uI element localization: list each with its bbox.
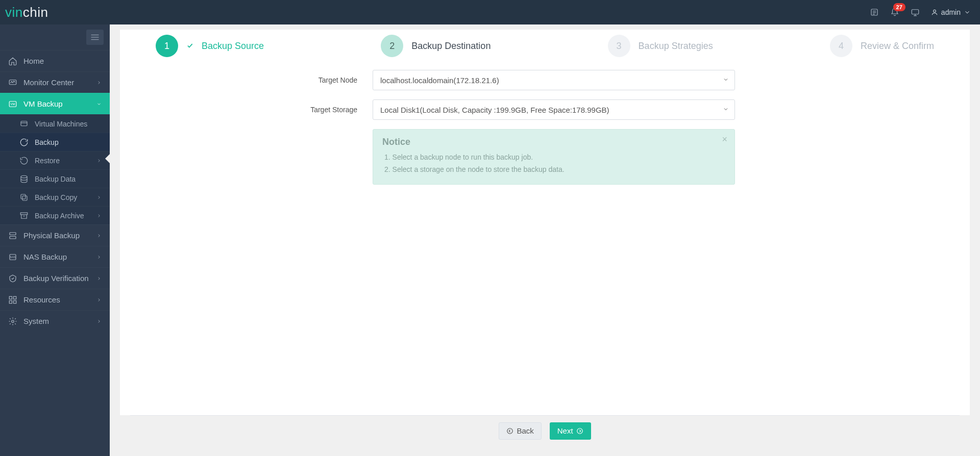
user-label: admin [941,8,961,16]
sidebar-item-label: Backup [35,138,59,146]
svg-point-7 [934,10,936,12]
logo-post: chin [23,5,48,20]
chevron-icon [96,231,102,240]
vm-backup-icon: VM [8,99,17,109]
sidebar-item-label: System [23,317,49,325]
svg-rect-17 [22,196,27,200]
sidebar-link-restore[interactable]: Restore [0,151,110,169]
step-label: Backup Source [202,41,264,52]
logo-text: vinchin [5,5,48,20]
svg-rect-26 [14,296,16,299]
sidebar-item-label: Physical Backup [23,231,80,240]
sidebar-subitem-restore: Restore [0,151,110,169]
svg-rect-21 [10,233,16,235]
sidebar-link-vm-backup[interactable]: VMVM Backup [0,93,110,114]
nas-backup-icon: NAS [8,252,17,262]
target-node-row: Target Node localhost.localdomain(172.18… [120,70,970,90]
sidebar-item-label: Resources [23,295,60,304]
backup-copy-icon [19,193,29,202]
step-circle: 1 [156,35,178,57]
sidebar-link-physical-backup[interactable]: Physical Backup [0,224,110,246]
sidebar-link-system[interactable]: System [0,310,110,332]
sidebar-toggle[interactable] [86,30,104,45]
form-area: Target Node localhost.localdomain(172.18… [120,67,970,195]
sidebar-link-backup-data[interactable]: Backup Data [0,169,110,188]
logo: vinchin [5,0,48,24]
target-storage-label: Target Storage [120,106,373,114]
sidebar-link-backup[interactable]: Backup [0,133,110,151]
sidebar-subitem-backup: Backup [0,133,110,151]
check-icon [186,42,193,50]
sidebar-subitem-backup-archive: Backup Archive [0,206,110,224]
backup-icon [19,138,29,147]
sidebar-subitem-virtual-machines: Virtual Machines [0,114,110,133]
sidebar-item-system: System [0,310,110,332]
sidebar-subitem-backup-copy: Backup Copy [0,188,110,206]
wizard-footer: Back Next [130,415,960,446]
target-storage-select-wrap: Local Disk1(Local Disk, Capacity :199.9G… [373,99,735,120]
content: 1Backup Source2Backup Destination3Backup… [110,24,980,456]
svg-rect-14 [21,121,27,125]
sidebar-item-label: Home [23,57,44,65]
sidebar-item-label: Backup Copy [35,193,77,201]
notice-line: Select a backup node to run this backup … [384,151,725,164]
wizard-step-1[interactable]: 1Backup Source [156,35,264,57]
target-storage-row: Target Storage Local Disk1(Local Disk, C… [120,99,970,120]
svg-rect-18 [21,194,26,199]
chevron-icon [96,157,102,165]
resources-icon [8,295,17,305]
svg-text:NAS: NAS [10,256,16,259]
sidebar-item-backup-verification: Backup Verification [0,267,110,289]
sidebar-link-backup-verification[interactable]: Backup Verification [0,267,110,289]
jobs-icon[interactable] [870,8,879,17]
sidebar-item-label: VM Backup [23,99,63,108]
notification-badge: 27 [893,3,905,11]
logo-pre: vin [5,5,23,20]
wizard-step-2[interactable]: 2Backup Destination [381,35,491,57]
notifications-icon[interactable]: 27 [890,8,899,17]
notice-close[interactable]: × [722,135,727,144]
sidebar-item-label: Monitor Center [23,78,74,87]
backup-data-icon [19,174,29,184]
sidebar-item-label: Backup Verification [23,274,89,283]
sidebar-link-backup-copy[interactable]: Backup Copy [0,188,110,206]
target-node-select-wrap: localhost.localdomain(172.18.21.6) [373,70,735,90]
chevron-icon [96,78,102,87]
next-button[interactable]: Next [550,422,591,440]
notice-title: Notice [382,137,725,147]
topbar-right: 27 admin [870,8,971,17]
notice-panel: × Notice Select a backup node to run thi… [373,129,735,185]
sidebar-link-nas-backup[interactable]: NASNAS Backup [0,246,110,267]
svg-rect-4 [912,10,919,14]
topbar: vinchin 27 admin [0,0,980,24]
svg-rect-25 [9,296,12,299]
sidebar-item-monitor-center: Monitor Center [0,71,110,93]
sidebar-link-resources[interactable]: Resources [0,289,110,310]
sidebar-link-backup-archive[interactable]: Backup Archive [0,206,110,224]
step-label: Backup Strategies [639,41,713,52]
step-label: Backup Destination [411,41,491,52]
target-storage-select[interactable]: Local Disk1(Local Disk, Capacity :199.9G… [373,99,735,120]
back-button[interactable]: Back [499,422,541,440]
subnav-vm-backup: Virtual MachinesBackupRestoreBackup Data… [0,114,110,224]
restore-icon [19,156,29,165]
notice-line: Select a storage on the node to store th… [384,164,725,176]
svg-rect-19 [20,213,28,215]
sidebar-link-monitor-center[interactable]: Monitor Center [0,71,110,93]
target-node-select[interactable]: localhost.localdomain(172.18.21.6) [373,70,735,90]
svg-rect-28 [14,300,16,303]
sidebar-link-home[interactable]: Home [0,50,110,71]
chevron-icon [96,274,102,283]
svg-text:VM: VM [11,103,15,106]
notice-list: Select a backup node to run this backup … [382,151,725,176]
wizard-step-4: 4Review & Confirm [830,35,934,57]
svg-rect-22 [10,236,16,239]
display-icon[interactable] [911,8,920,17]
sidebar: HomeMonitor CenterVMVM BackupVirtual Mac… [0,24,110,456]
monitor-center-icon [8,78,17,87]
user-menu[interactable]: admin [931,8,971,16]
sidebar-link-virtual-machines[interactable]: Virtual Machines [0,114,110,133]
sidebar-item-label: NAS Backup [23,252,67,261]
sidebar-item-home: Home [0,50,110,71]
target-node-label: Target Node [120,76,373,84]
